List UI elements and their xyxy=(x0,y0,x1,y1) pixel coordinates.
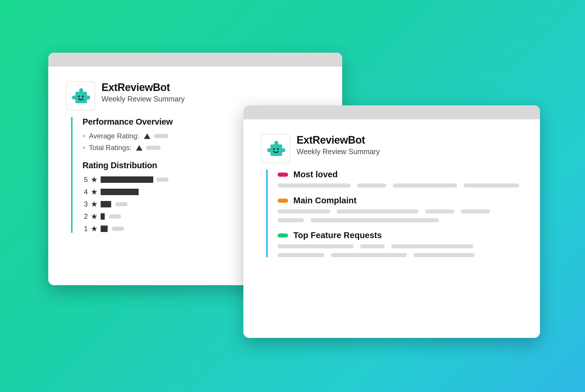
value-placeholder xyxy=(112,227,124,231)
bullet-icon xyxy=(82,135,85,137)
topic-title: Top Feature Requests xyxy=(293,231,382,240)
topic-body-placeholder xyxy=(278,209,522,222)
tag-icon xyxy=(278,173,288,177)
app-logo xyxy=(66,81,95,111)
distribution-bar xyxy=(101,176,153,183)
star-icon: ★ xyxy=(91,213,98,221)
distribution-bar xyxy=(101,226,108,232)
value-placeholder xyxy=(109,214,121,219)
app-subtitle: Weekly Review Summary xyxy=(101,95,185,103)
card-summary-topics: ExtReviewBot Weekly Review Summary Most … xyxy=(243,105,540,338)
window-toolbar xyxy=(48,53,342,67)
topic-main-complaint: Main Complaint xyxy=(278,196,522,205)
app-title: ExtReviewBot xyxy=(101,81,185,94)
svg-point-0 xyxy=(78,96,80,97)
tag-icon xyxy=(278,233,288,238)
distribution-number: 3 xyxy=(82,200,88,208)
topic-feature-requests: Top Feature Requests xyxy=(278,231,522,240)
topic-title: Most loved xyxy=(293,170,338,179)
distribution-bar xyxy=(101,213,105,220)
card-header: ExtReviewBot Weekly Review Summary xyxy=(261,134,522,163)
value-placeholder xyxy=(154,134,168,138)
total-ratings-label: Total Ratings: xyxy=(89,144,131,152)
distribution-number: 2 xyxy=(82,212,88,221)
value-placeholder xyxy=(156,178,168,182)
star-icon: ★ xyxy=(91,200,98,208)
value-placeholder xyxy=(115,202,128,206)
distribution-number: 5 xyxy=(82,176,88,184)
star-icon: ★ xyxy=(91,225,98,233)
distribution-number: 1 xyxy=(82,225,88,233)
puzzle-icon xyxy=(71,86,90,106)
star-icon: ★ xyxy=(91,188,98,196)
topic-body-placeholder xyxy=(278,244,522,257)
distribution-number: 4 xyxy=(82,188,88,196)
topic-title: Main Complaint xyxy=(293,196,357,205)
triangle-up-icon xyxy=(144,133,150,139)
distribution-bar xyxy=(101,201,111,207)
app-title: ExtReviewBot xyxy=(297,134,380,146)
distribution-bar xyxy=(101,189,139,195)
app-subtitle: Weekly Review Summary xyxy=(297,147,380,156)
puzzle-icon xyxy=(266,139,285,158)
topic-most-loved: Most loved xyxy=(278,170,522,179)
svg-point-3 xyxy=(277,148,278,150)
app-logo xyxy=(261,134,290,163)
bullet-icon xyxy=(82,146,85,149)
window-toolbar xyxy=(243,105,540,119)
star-icon: ★ xyxy=(91,176,98,184)
triangle-up-icon xyxy=(136,145,142,151)
average-rating-label: Average Rating: xyxy=(89,132,139,140)
svg-point-1 xyxy=(82,96,83,97)
tag-icon xyxy=(278,199,288,203)
value-placeholder xyxy=(146,146,161,150)
topic-body-placeholder xyxy=(278,183,522,188)
svg-point-2 xyxy=(273,148,275,150)
